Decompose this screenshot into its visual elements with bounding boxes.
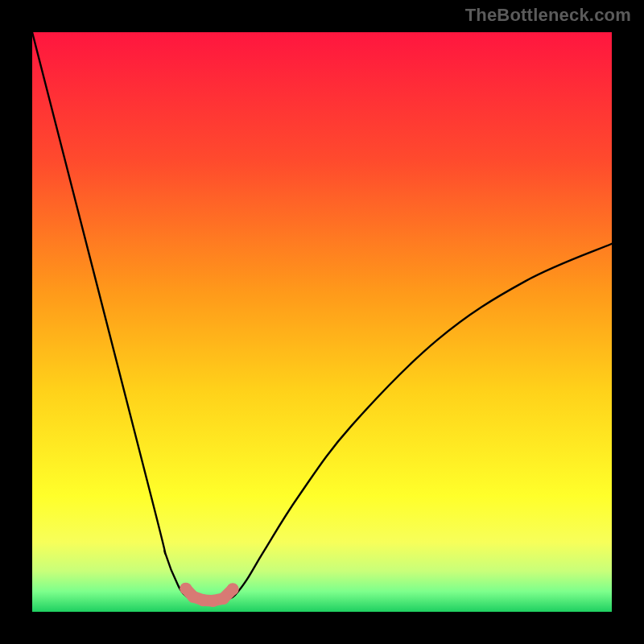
curve-right-branch [229,244,612,599]
chart-frame: TheBottleneck.com [0,0,644,644]
watermark-text: TheBottleneck.com [465,5,631,26]
valley-dot [217,592,229,605]
plot-area [32,32,612,612]
valley-marker [180,583,238,607]
valley-dot [227,583,239,595]
valley-dot [207,595,219,607]
bottleneck-curve [32,32,612,612]
curve-left-branch [32,32,192,598]
